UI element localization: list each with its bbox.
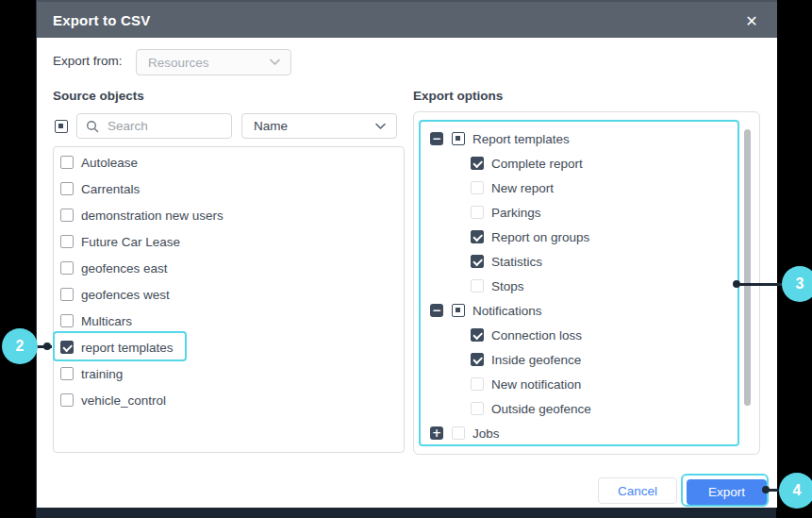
checkbox[interactable] [471,279,484,292]
tree-item[interactable]: +Jobs [421,421,737,445]
sort-by-select[interactable]: Name [241,113,397,139]
checkbox[interactable] [471,255,484,268]
checkbox[interactable] [471,377,484,391]
checkbox[interactable] [452,426,465,440]
checkbox[interactable] [471,230,484,243]
list-item[interactable]: training [54,360,404,387]
sort-by-value: Name [254,119,288,133]
export-options-heading: Export options [413,89,503,103]
tree-item[interactable]: Stops [421,274,737,298]
checkbox[interactable] [60,288,74,301]
checkbox[interactable] [60,182,74,195]
checkbox[interactable] [471,181,484,194]
callout-4-badge: 4 [779,473,812,509]
checkbox[interactable] [452,132,465,145]
tree-item-label: Complete report [491,157,583,171]
tree-item[interactable]: Inside geofence [421,347,737,372]
checkbox[interactable] [452,304,465,317]
export-options-tree: −Report templatesComplete reportNew repo… [419,120,739,446]
list-item-label: Multicars [81,314,132,328]
chevron-down-icon [270,59,280,66]
list-item-label: geofences west [81,288,170,302]
checkbox[interactable] [60,261,74,275]
tree-item[interactable]: Statistics [421,249,737,274]
list-item[interactable]: Autolease [54,149,404,175]
collapse-icon[interactable]: − [430,132,443,145]
tree-item[interactable]: New notification [421,372,737,396]
tree-item[interactable]: −Notifications [421,298,737,323]
tree-item[interactable]: Complete report [421,151,737,175]
callout-2-dot [43,343,51,350]
list-item-label: vehicle_control [81,393,166,408]
checkbox[interactable] [60,156,74,169]
tree-item-label: Inside geofence [491,353,581,367]
tree-item-label: Jobs [472,426,500,441]
tree-item-label: Notifications [472,304,542,318]
callout-4-number: 4 [793,482,802,499]
checkbox[interactable] [471,157,484,170]
list-item-label: Carrentals [81,182,140,196]
list-item[interactable]: Carrentals [54,175,404,202]
tree-item-label: Outside geofence [491,402,591,416]
screenshot-root: { "dialog": { "title": "Export to CSV", … [0,0,812,518]
checkbox[interactable] [471,328,484,342]
source-objects-heading: Source objects [53,89,144,103]
callout-2-number: 2 [16,338,25,355]
tree-item-label: New report [491,181,554,195]
checkbox[interactable] [471,402,484,415]
tree-item[interactable]: New report [421,175,737,200]
list-item-label: geofences east [81,261,168,276]
callout-2-badge: 2 [2,328,38,364]
tree-item-label: Parkings [491,206,541,220]
list-item[interactable]: vehicle_control [54,387,404,413]
checkbox[interactable] [60,209,74,222]
callout-3-badge: 3 [782,266,812,302]
search-box[interactable] [76,113,232,139]
list-item-label: Future Car Lease [81,235,180,249]
expand-icon[interactable]: + [430,426,443,440]
list-item-label: training [81,367,123,381]
search-input[interactable] [106,118,218,134]
cancel-button[interactable]: Cancel [598,477,677,504]
checkbox[interactable] [471,353,484,366]
dialog-bottom-edge [36,508,776,518]
collapse-icon[interactable]: − [430,304,443,317]
tree-item-label: Connection loss [491,328,582,343]
tree-item-label: Stops [491,279,524,293]
select-all-checkbox[interactable] [55,120,68,133]
callout-3-number: 3 [796,276,804,292]
dialog-title: Export to CSV [53,12,150,28]
tree-item[interactable]: Report on groups [421,225,737,249]
source-objects-list: AutoleaseCarrentalsdemonstration new use… [53,146,405,453]
close-icon[interactable]: ✕ [739,8,764,33]
checkbox[interactable] [60,235,74,248]
checkbox[interactable] [60,341,74,354]
export-button-highlight: Export [681,474,769,507]
checkbox[interactable] [60,314,74,327]
scrollbar-thumb[interactable] [744,129,751,406]
tree-item-label: Report on groups [491,230,589,244]
tree-item-label: New notification [491,377,581,392]
callout-4-dot [762,486,770,493]
tree-item[interactable]: −Report templates [421,126,737,151]
list-item[interactable]: report templates [54,334,404,360]
tree-item[interactable]: Outside geofence [421,396,737,421]
checkbox[interactable] [471,206,484,219]
tree-item[interactable]: Connection loss [421,323,737,347]
export-button-label: Export [708,485,745,499]
export-from-select[interactable]: Resources [136,49,291,75]
list-item[interactable]: geofences west [54,281,404,308]
export-from-value: Resources [148,56,209,70]
export-button[interactable]: Export [687,479,767,505]
callout-3-dot [733,280,740,288]
list-item[interactable]: Future Car Lease [54,228,404,255]
list-item[interactable]: demonstration new users [54,202,404,228]
list-item-label: Autolease [81,156,138,170]
list-item[interactable]: Multicars [54,308,404,334]
export-to-csv-dialog: Export to CSV ✕ Export from: Resources S… [36,0,777,508]
checkbox[interactable] [60,393,74,407]
export-from-label: Export from: [53,54,123,68]
checkbox[interactable] [60,367,74,380]
tree-item[interactable]: Parkings [421,200,737,225]
list-item[interactable]: geofences east [54,255,404,281]
